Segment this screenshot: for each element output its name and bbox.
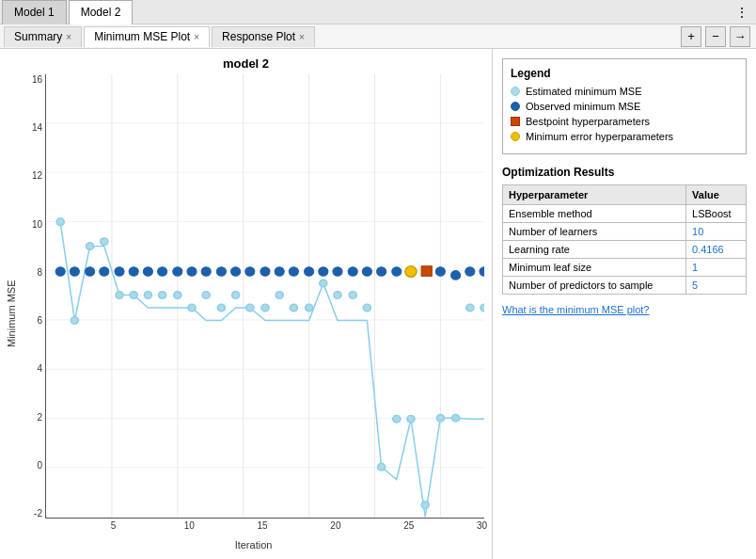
table-row: Learning rate 0.4166: [503, 241, 747, 259]
subtab-summary-close[interactable]: ×: [66, 32, 71, 42]
chart-container: Minimum MSE -2 0 2 4 6 8 10 12 14 16: [4, 74, 488, 552]
est-dot: [393, 415, 401, 423]
obs-dot: [333, 267, 342, 277]
y-tick: 0: [19, 460, 42, 471]
toolbar-right: + − →: [681, 26, 756, 47]
obs-dot: [231, 267, 241, 277]
legend-item-best: Bestpoint hyperparameters: [511, 116, 738, 127]
more-icon[interactable]: ⋮: [728, 5, 756, 20]
est-dot: [261, 304, 269, 311]
legend-item-obs: Observed minimum MSE: [511, 101, 738, 112]
obs-dot: [377, 267, 386, 277]
min-error-marker: [405, 266, 417, 278]
est-dot: [349, 292, 356, 299]
minus-button[interactable]: −: [705, 26, 726, 47]
help-link[interactable]: What is the minimum MSE plot?: [502, 304, 747, 315]
subtab-summary[interactable]: Summary ×: [4, 26, 82, 47]
est-dot: [87, 243, 94, 250]
obs-dot: [129, 267, 138, 277]
x-tick: 10: [184, 520, 195, 531]
cell-value-link[interactable]: 1: [686, 259, 747, 277]
right-panel: Legend Estimated minimum MSE Observed mi…: [493, 49, 756, 559]
y-tick: 2: [19, 412, 42, 423]
obs-dot: [275, 267, 284, 277]
legend-item-est: Estimated minimum MSE: [511, 86, 738, 97]
est-dot: [466, 304, 474, 311]
tab-model1[interactable]: Model 1: [2, 0, 67, 24]
obs-dot: [245, 267, 255, 277]
subtab-min-mse-close[interactable]: ×: [194, 32, 199, 42]
bestpoint-marker: [421, 266, 432, 277]
cell-value-link[interactable]: 5: [686, 277, 747, 295]
legend-icon-est: [511, 87, 520, 96]
subtab-min-mse[interactable]: Minimum MSE Plot ×: [84, 26, 210, 47]
legend-icon-best: [511, 117, 520, 126]
table-row: Number of learners 10: [503, 223, 747, 241]
obs-dot: [55, 267, 65, 277]
cell-param: Number of predictors to sample: [503, 277, 686, 295]
obs-dot: [392, 267, 402, 277]
cell-param: Minimum leaf size: [503, 259, 686, 277]
main-content: model 2 Minimum MSE -2 0 2 4 6 8 10 12 1…: [0, 49, 756, 559]
est-dot: [320, 280, 327, 287]
subtab-response[interactable]: Response Plot ×: [212, 26, 315, 47]
obs-dot: [158, 267, 167, 277]
est-dot: [276, 292, 283, 299]
est-dot: [334, 292, 341, 299]
y-tick: 12: [19, 170, 42, 181]
legend-label-obs: Observed minimum MSE: [526, 101, 640, 112]
y-tick: 8: [19, 267, 42, 278]
est-dot: [188, 304, 196, 311]
y-tick: 14: [19, 122, 42, 133]
cell-value-link[interactable]: 0.4166: [686, 241, 747, 259]
x-tick: 5: [111, 520, 117, 531]
y-tick: 16: [19, 74, 42, 85]
obs-dot: [305, 267, 314, 277]
obs-dot: [187, 267, 197, 277]
obs-dot: [289, 267, 298, 277]
col-header-value: Value: [686, 185, 747, 205]
obs-dot: [451, 271, 461, 280]
x-tick: 20: [330, 520, 340, 531]
obs-dot: [435, 267, 445, 277]
est-dot: [407, 415, 415, 423]
obs-dot: [115, 267, 124, 277]
table-row: Ensemble method LSBoost: [503, 205, 747, 223]
obs-dot: [100, 267, 109, 277]
est-dot: [202, 292, 210, 299]
subtab-summary-label: Summary: [14, 30, 62, 43]
obs-dot: [70, 267, 79, 277]
col-header-param: Hyperparameter: [503, 185, 686, 205]
table-row: Number of predictors to sample 5: [503, 277, 747, 295]
obs-dot: [348, 267, 357, 277]
y-axis-label: Minimum MSE: [4, 74, 19, 552]
obs-dot: [143, 267, 152, 277]
x-tick: 30: [477, 520, 487, 531]
y-tick: 6: [19, 315, 42, 326]
est-dot: [159, 292, 166, 299]
y-tick: 4: [19, 363, 42, 374]
obs-dot: [260, 267, 270, 277]
est-dot: [71, 317, 78, 325]
subtab-response-close[interactable]: ×: [299, 32, 305, 42]
obs-dot: [86, 267, 95, 277]
opt-results-title: Optimization Results: [502, 166, 747, 179]
subtab-min-mse-label: Minimum MSE Plot: [94, 30, 190, 43]
tab-model2[interactable]: Model 2: [69, 0, 134, 24]
subtab-response-label: Response Plot: [222, 30, 295, 43]
export-button[interactable]: →: [730, 26, 750, 47]
opt-table: Hyperparameter Value Ensemble method LSB…: [502, 184, 747, 295]
add-button[interactable]: +: [681, 26, 701, 47]
x-axis-label: Iteration: [19, 537, 488, 552]
cell-value-link[interactable]: 10: [686, 223, 747, 241]
x-axis-ticks: 5 10 15 20 25 30: [45, 520, 484, 535]
est-dot: [116, 292, 123, 299]
legend-icon-obs: [511, 102, 520, 111]
legend-icon-min: [511, 132, 520, 141]
est-dot: [130, 292, 137, 299]
est-dot: [56, 218, 64, 226]
est-dot: [480, 304, 484, 311]
cell-param: Number of learners: [503, 223, 686, 241]
cell-value: LSBoost: [686, 205, 747, 223]
legend-item-min: Minimum error hyperparameters: [511, 131, 738, 142]
